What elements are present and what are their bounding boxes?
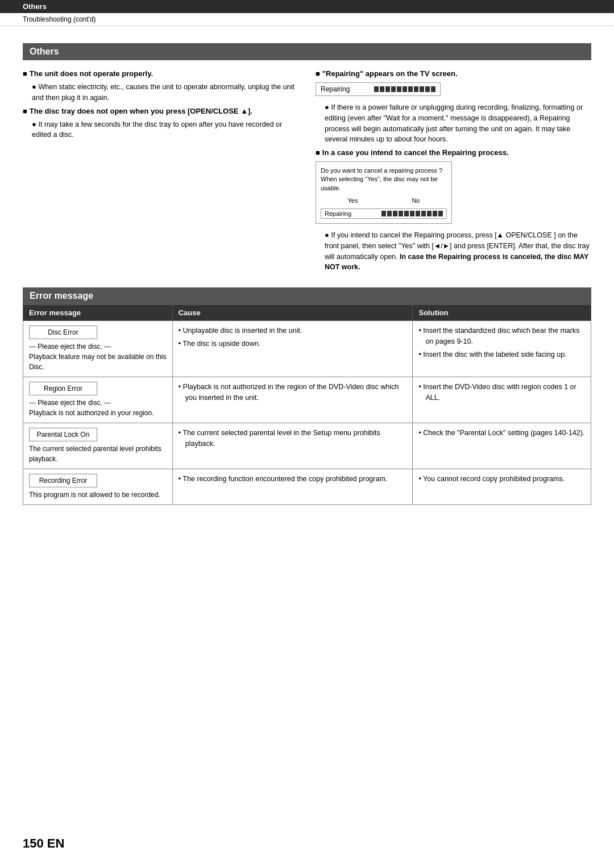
top-header: Others <box>0 0 614 13</box>
solution-cell: Insert the standardized disc which bear … <box>413 321 591 377</box>
solution-item: Insert the standardized disc which bear … <box>418 326 585 347</box>
right-block1-bullet: If there is a power failure or unpluggin… <box>325 102 591 145</box>
table-row: Disc Error--- Please eject the disc. ---… <box>23 321 591 377</box>
error-desc: This program is not allowed to be record… <box>29 490 167 500</box>
cause-cell: Playback is not authorized in the region… <box>172 377 413 423</box>
col-header-cause: Cause <box>172 305 413 321</box>
cause-item: Unplayable disc is inserted in the unit. <box>179 326 407 336</box>
col-header-solution: Solution <box>413 305 591 321</box>
page-number: 150 EN <box>23 836 64 851</box>
left-block2-bullet: It may take a few seconds for the disc t… <box>32 119 298 141</box>
progress-bar <box>374 86 435 92</box>
error-desc: --- Please eject the disc. --- Playback … <box>29 398 167 418</box>
cause-cell: The current selected parental level in t… <box>172 423 413 469</box>
cancel-no-label: No <box>412 197 420 204</box>
col-header-error: Error message <box>23 305 173 321</box>
table-row: Parental Lock OnThe current selected par… <box>23 423 591 469</box>
sub-header-label: Troubleshooting (cont'd) <box>23 15 96 23</box>
error-message-cell: Recording ErrorThis program is not allow… <box>23 469 173 505</box>
right-block2-title: In a case you intend to cancel the Repai… <box>316 148 591 157</box>
error-box: Region Error <box>29 382 97 395</box>
cause-item: The current selected parental level in t… <box>179 428 407 449</box>
solution-cell: You cannot record copy prohibited progra… <box>413 469 591 505</box>
content-area: Others The unit does not operate properl… <box>0 26 614 516</box>
solution-item: Insert the disc with the labeled side fa… <box>418 349 585 360</box>
repairing-label: Repairing <box>321 85 350 93</box>
error-section-header: Error message <box>23 287 591 304</box>
cause-cell: The recording function encountered the c… <box>172 469 413 505</box>
error-message-cell: Parental Lock OnThe current selected par… <box>23 423 173 469</box>
left-block1-bullet: When static electricity, etc., causes th… <box>32 81 298 103</box>
right-block1-title: "Repairing" appears on the TV screen. <box>316 69 591 78</box>
left-block2-title: The disc tray does not open when you pre… <box>23 107 298 115</box>
solution-cell: Check the "Parental Lock" setting (pages… <box>413 423 591 469</box>
solution-item: Check the "Parental Lock" setting (pages… <box>418 428 585 439</box>
cancel-dialog-text: Do you want to cancel a repairing proces… <box>321 166 447 193</box>
left-block1-title: The unit does not operate properly. <box>23 69 298 78</box>
solution-item: Insert the DVD-Video disc with region co… <box>418 382 585 403</box>
sub-header: Troubleshooting (cont'd) <box>0 13 614 26</box>
cause-item: The recording function encountered the c… <box>179 474 407 485</box>
cancel-dialog-buttons: Yes No <box>321 197 447 204</box>
error-box: Parental Lock On <box>29 428 97 441</box>
cause-item: Playback is not authorized in the region… <box>179 382 407 403</box>
others-right-col: "Repairing" appears on the TV screen. Re… <box>316 69 591 276</box>
error-message-cell: Region Error--- Please eject the disc. -… <box>23 377 173 423</box>
error-table: Error message Cause Solution Disc Error-… <box>23 304 591 505</box>
cause-item: The disc is upside down. <box>179 339 407 349</box>
solution-cell: Insert the DVD-Video disc with region co… <box>413 377 591 423</box>
repairing-box: Repairing <box>316 82 441 96</box>
error-section: Error message Error message Cause Soluti… <box>23 287 591 505</box>
cancel-yes-label: Yes <box>347 197 358 204</box>
cancel-dialog: Do you want to cancel a repairing proces… <box>316 161 452 224</box>
cause-cell: Unplayable disc is inserted in the unit.… <box>172 321 413 377</box>
table-row: Region Error--- Please eject the disc. -… <box>23 377 591 423</box>
cancel-dialog-repairing: Repairing <box>321 208 447 219</box>
table-row: Recording ErrorThis program is not allow… <box>23 469 591 505</box>
error-desc: --- Please eject the disc. --- Playback … <box>29 341 167 372</box>
right-block2-bullet: If you intend to cancel the Repairing pr… <box>325 229 591 273</box>
others-left-col: The unit does not operate properly. When… <box>23 69 298 276</box>
page-wrapper: Others Troubleshooting (cont'd) Others T… <box>0 0 614 868</box>
others-section-header: Others <box>23 43 591 60</box>
header-section-label: Others <box>23 2 47 11</box>
others-two-col: The unit does not operate properly. When… <box>23 69 591 276</box>
solution-item: You cannot record copy prohibited progra… <box>418 474 585 485</box>
error-box: Disc Error <box>29 326 97 339</box>
error-message-cell: Disc Error--- Please eject the disc. ---… <box>23 321 173 377</box>
cancel-progress-bar <box>381 211 443 216</box>
error-box: Recording Error <box>29 474 97 487</box>
error-desc: The current selected parental level proh… <box>29 444 167 464</box>
